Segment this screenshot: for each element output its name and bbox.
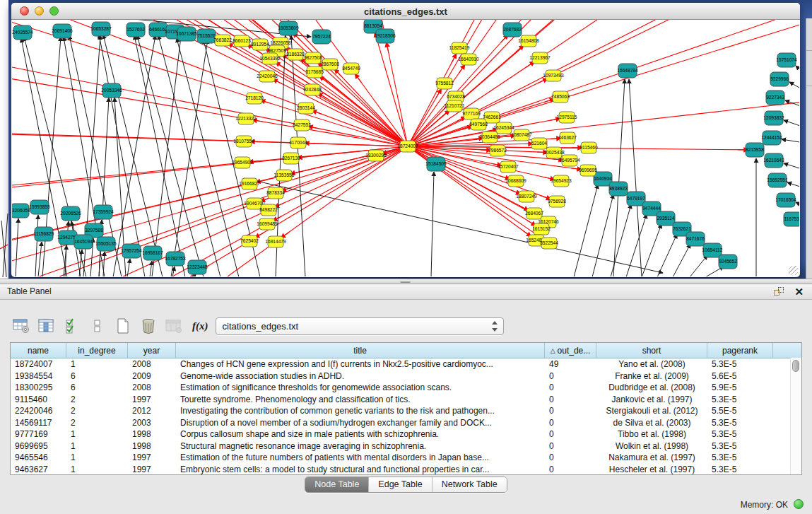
network-node[interactable]: 12323448	[187, 260, 208, 274]
network-node[interactable]: 16640910	[458, 54, 479, 65]
network-node[interactable]: 12093832	[763, 111, 784, 125]
column-header-out-de-[interactable]: △out_de...	[545, 343, 596, 358]
network-node[interactable]: 18300295	[365, 150, 387, 161]
network-window[interactable]: citations_edges.txt 24035574206914061065…	[11, 3, 800, 277]
network-node[interactable]: 4170044	[289, 137, 307, 148]
network-node[interactable]: 8454749	[342, 63, 360, 74]
network-node[interactable]: 8186328	[286, 49, 305, 60]
network-node[interactable]: 4463627	[558, 132, 577, 144]
network-node[interactable]: 6497568	[469, 119, 488, 130]
network-node[interactable]: 23206059	[12, 204, 30, 218]
network-node[interactable]: 2803144	[297, 103, 315, 114]
network-node[interactable]: 18724007	[397, 141, 418, 152]
network-node[interactable]: 10653287	[90, 22, 112, 36]
network-node[interactable]: 19654923	[551, 175, 572, 187]
network-node[interactable]: 8938923	[609, 182, 628, 196]
network-node[interactable]: 16671385	[176, 27, 197, 41]
network-node[interactable]: 15751074	[776, 53, 797, 67]
network-node[interactable]: 15692951	[767, 173, 788, 187]
network-node[interactable]: 7663822	[213, 35, 232, 46]
network-node[interactable]: 16914479	[265, 236, 286, 247]
network-node[interactable]: 16782753	[165, 252, 186, 266]
table-row[interactable]: 977716911998Corpus callosum shape and si…	[11, 428, 801, 440]
network-window-titlebar[interactable]: citations_edges.txt	[11, 3, 800, 20]
network-node[interactable]: 1645194	[74, 235, 93, 249]
network-node[interactable]: 9115460	[579, 142, 598, 153]
column-header-short[interactable]: short	[596, 343, 707, 358]
network-node[interactable]: 11353558	[274, 170, 295, 181]
network-node[interactable]: 9227343	[766, 90, 784, 105]
tab-edge-table[interactable]: Edge Table	[369, 477, 432, 492]
network-node[interactable]: 10543392	[259, 53, 281, 64]
network-node[interactable]: 20364486	[479, 132, 500, 143]
network-node[interactable]: 17957254	[121, 244, 142, 258]
network-node[interactable]: 1615152	[532, 223, 551, 235]
network-node[interactable]: 1167533	[784, 212, 799, 226]
close-window-button[interactable]	[20, 6, 29, 16]
network-node[interactable]: 16210643	[763, 153, 784, 168]
row-check-icon[interactable]	[62, 317, 81, 335]
network-node[interactable]: 3175685	[305, 66, 324, 78]
network-node[interactable]: 8471676	[686, 232, 705, 246]
close-panel-icon[interactable]: ✕	[794, 286, 804, 298]
network-node[interactable]: 16495794	[559, 155, 580, 166]
network-node[interactable]: 16053809	[278, 21, 299, 35]
network-node[interactable]: 9242848	[303, 84, 322, 95]
checkbox-list-icon[interactable]	[88, 317, 107, 335]
network-node[interactable]: 9699695	[579, 165, 597, 176]
network-node[interactable]: 7485063	[551, 91, 570, 103]
table-row[interactable]: 2242004622012Investigating the contribut…	[11, 405, 801, 417]
splitter-grip-icon[interactable]	[400, 280, 411, 283]
network-canvas[interactable]: 2403557420691406106532871527602646616210…	[12, 20, 799, 276]
network-node[interactable]: 9245652	[719, 255, 737, 269]
network-node[interactable]: 2935114	[657, 211, 675, 226]
network-node[interactable]: 2087682	[503, 23, 522, 37]
tab-node-table[interactable]: Node Table	[305, 477, 369, 492]
network-node[interactable]: 19166827	[239, 178, 260, 189]
column-header-year[interactable]: year	[128, 343, 176, 358]
function-builder-icon[interactable]: f(x)	[192, 320, 208, 332]
network-node[interactable]: 12213967	[529, 52, 551, 64]
delete-trash-icon[interactable]	[139, 317, 158, 335]
column-header-pagerank[interactable]: pagerank	[707, 343, 773, 358]
network-node[interactable]: 10025438	[543, 147, 565, 158]
network-file-select[interactable]: citations_edges.txt	[216, 317, 504, 335]
network-node[interactable]: 7986572	[488, 145, 507, 156]
select-columns-icon[interactable]	[37, 317, 56, 335]
network-node[interactable]: 18107554	[233, 136, 254, 147]
network-node[interactable]: 24035574	[12, 25, 33, 40]
network-node[interactable]: 18807249	[516, 191, 537, 202]
network-node[interactable]: 8660123	[233, 35, 251, 47]
network-node[interactable]: 10688609	[505, 175, 526, 187]
network-node[interactable]: 621604	[531, 138, 547, 149]
table-row[interactable]: 946554611997Estimation of the future num…	[11, 452, 801, 464]
vertical-scrollbar[interactable]	[790, 358, 801, 474]
scrollbar-thumb[interactable]	[792, 360, 799, 372]
column-header-title[interactable]: title	[176, 343, 545, 358]
network-node[interactable]: 22420046	[257, 71, 278, 82]
table-row[interactable]: 1456911722003Disruption of a novel membe…	[11, 417, 801, 429]
network-node[interactable]: 2867608	[321, 59, 339, 70]
tab-network-table[interactable]: Network Table	[433, 477, 507, 492]
network-node[interactable]: 20691406	[52, 24, 73, 38]
citation-network-graph[interactable]: 2403557420691406106532871527602646616210…	[12, 20, 799, 276]
column-header-name[interactable]: name	[11, 343, 66, 358]
network-node[interactable]: 9756928	[548, 196, 566, 207]
panel-splitter[interactable]	[0, 279, 812, 284]
resize-grip-icon[interactable]	[789, 266, 798, 275]
network-node[interactable]: 8878334	[266, 187, 285, 199]
minimize-window-button[interactable]	[35, 6, 44, 16]
network-node[interactable]: 7957224	[312, 30, 331, 44]
network-node[interactable]: 10807487	[511, 129, 532, 141]
table-row[interactable]: 969969511998Structural magnetic resonanc…	[11, 440, 801, 452]
table-row[interactable]: 1938455462009Genome-wide association stu…	[11, 370, 801, 382]
network-node[interactable]: 11825419	[449, 42, 470, 54]
float-panel-icon[interactable]	[774, 287, 784, 297]
table-row[interactable]: 911546021997Tourette syndrome. Phenomeno…	[11, 394, 801, 406]
network-node[interactable]: 9329966	[770, 72, 789, 86]
network-node[interactable]: 15505135	[95, 237, 117, 251]
network-node[interactable]: 1527602	[126, 23, 145, 37]
zoom-window-button[interactable]	[49, 6, 59, 16]
network-node[interactable]: 9755812	[435, 78, 454, 89]
network-node[interactable]: 16648784	[617, 64, 638, 78]
